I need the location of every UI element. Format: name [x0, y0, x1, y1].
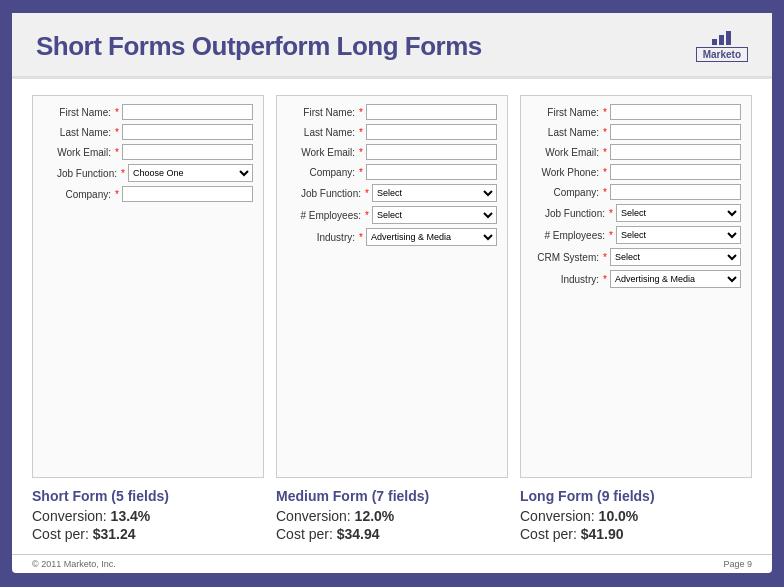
long-crm-label: CRM System: [531, 252, 603, 263]
med-company-input[interactable] [366, 164, 497, 180]
logo-text: Marketo [696, 47, 748, 62]
med-jobfunction-select[interactable]: Select [372, 184, 497, 202]
short-company-input[interactable] [122, 186, 253, 202]
short-form-column: First Name: * Last Name: * Work Email: *… [32, 95, 264, 544]
med-firstname-required: * [359, 107, 363, 118]
long-cost-label: Cost per: [520, 526, 577, 542]
long-industry-required: * [603, 274, 607, 285]
long-conversion-label: Conversion: [520, 508, 595, 524]
short-company-label: Company: [43, 189, 115, 200]
long-jobfunction-label: Job Function: [531, 208, 609, 219]
short-form-title: Short Form (5 fields) [32, 488, 264, 504]
med-employees-select[interactable]: Select [372, 206, 497, 224]
long-company-input[interactable] [610, 184, 741, 200]
med-employees-row: # Employees: * Select [287, 206, 497, 224]
long-email-row: Work Email: * [531, 144, 741, 160]
long-employees-required: * [609, 230, 613, 241]
med-jobfunction-row: Job Function: * Select [287, 184, 497, 202]
long-conversion: Conversion: 10.0% [520, 508, 752, 524]
medium-cost-value: $34.94 [337, 526, 380, 542]
med-jobfunction-required: * [365, 188, 369, 199]
short-firstname-row: First Name: * [43, 104, 253, 120]
short-lastname-input[interactable] [122, 124, 253, 140]
med-industry-select[interactable]: Advertising & Media [366, 228, 497, 246]
short-company-row: Company: * [43, 186, 253, 202]
med-firstname-label: First Name: [287, 107, 359, 118]
long-firstname-required: * [603, 107, 607, 118]
long-phone-required: * [603, 167, 607, 178]
short-email-required: * [115, 147, 119, 158]
short-lastname-required: * [115, 127, 119, 138]
medium-conversion: Conversion: 12.0% [276, 508, 508, 524]
long-firstname-row: First Name: * [531, 104, 741, 120]
short-email-input[interactable] [122, 144, 253, 160]
med-firstname-row: First Name: * [287, 104, 497, 120]
long-firstname-input[interactable] [610, 104, 741, 120]
long-crm-select[interactable]: Select [610, 248, 741, 266]
short-form-box: First Name: * Last Name: * Work Email: *… [32, 95, 264, 478]
med-lastname-row: Last Name: * [287, 124, 497, 140]
medium-conversion-label: Conversion: [276, 508, 351, 524]
bar-icon-1 [712, 39, 717, 45]
long-employees-label: # Employees: [531, 230, 609, 241]
marketo-logo: Marketo [696, 31, 748, 62]
long-conversion-value: 10.0% [599, 508, 639, 524]
footer-page: Page 9 [723, 559, 752, 569]
long-jobfunction-required: * [609, 208, 613, 219]
med-firstname-input[interactable] [366, 104, 497, 120]
med-employees-label: # Employees: [287, 210, 365, 221]
med-email-row: Work Email: * [287, 144, 497, 160]
long-company-required: * [603, 187, 607, 198]
med-company-required: * [359, 167, 363, 178]
long-email-label: Work Email: [531, 147, 603, 158]
short-email-row: Work Email: * [43, 144, 253, 160]
med-lastname-label: Last Name: [287, 127, 359, 138]
long-employees-select[interactable]: Select [616, 226, 741, 244]
med-lastname-input[interactable] [366, 124, 497, 140]
medium-form-column: First Name: * Last Name: * Work Email: *… [276, 95, 508, 544]
med-email-input[interactable] [366, 144, 497, 160]
long-crm-row: CRM System: * Select [531, 248, 741, 266]
long-email-input[interactable] [610, 144, 741, 160]
long-lastname-input[interactable] [610, 124, 741, 140]
medium-cost-label: Cost per: [276, 526, 333, 542]
long-company-row: Company: * [531, 184, 741, 200]
long-firstname-label: First Name: [531, 107, 603, 118]
slide-title: Short Forms Outperform Long Forms [36, 31, 482, 62]
short-conversion-label: Conversion: [32, 508, 107, 524]
long-jobfunction-select[interactable]: Select [616, 204, 741, 222]
short-jobfunction-row: Job Function: * Choose One [43, 164, 253, 182]
med-industry-row: Industry: * Advertising & Media [287, 228, 497, 246]
long-phone-label: Work Phone: [531, 167, 603, 178]
medium-conversion-value: 12.0% [355, 508, 395, 524]
short-company-required: * [115, 189, 119, 200]
short-firstname-label: First Name: [43, 107, 115, 118]
med-jobfunction-label: Job Function: [287, 188, 365, 199]
med-industry-label: Industry: [287, 232, 359, 243]
short-conversion: Conversion: 13.4% [32, 508, 264, 524]
short-stats: Short Form (5 fields) Conversion: 13.4% … [32, 488, 264, 544]
long-industry-select[interactable]: Advertising & Media [610, 270, 741, 288]
long-lastname-required: * [603, 127, 607, 138]
short-jobfunction-select[interactable]: Choose One [128, 164, 253, 182]
long-jobfunction-row: Job Function: * Select [531, 204, 741, 222]
long-form-title: Long Form (9 fields) [520, 488, 752, 504]
long-phone-input[interactable] [610, 164, 741, 180]
short-firstname-input[interactable] [122, 104, 253, 120]
long-stats: Long Form (9 fields) Conversion: 10.0% C… [520, 488, 752, 544]
med-industry-required: * [359, 232, 363, 243]
long-company-label: Company: [531, 187, 603, 198]
main-content: First Name: * Last Name: * Work Email: *… [12, 79, 772, 554]
med-employees-required: * [365, 210, 369, 221]
bar-icon-2 [719, 35, 724, 45]
long-lastname-label: Last Name: [531, 127, 603, 138]
med-lastname-required: * [359, 127, 363, 138]
slide-footer: © 2011 Marketo, Inc. Page 9 [12, 554, 772, 573]
med-company-label: Company: [287, 167, 359, 178]
long-employees-row: # Employees: * Select [531, 226, 741, 244]
logo-bars [712, 31, 731, 45]
short-jobfunction-required: * [121, 168, 125, 179]
short-jobfunction-label: Job Function: [43, 168, 121, 179]
slide-header: Short Forms Outperform Long Forms Market… [12, 13, 772, 79]
short-email-label: Work Email: [43, 147, 115, 158]
